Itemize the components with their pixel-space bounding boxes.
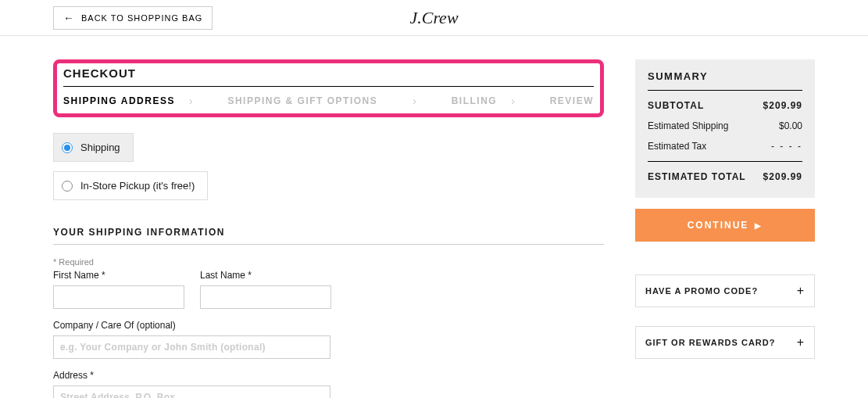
last-name-input[interactable]	[200, 285, 331, 309]
plus-icon: +	[797, 335, 805, 350]
back-to-bag-button[interactable]: ← BACK TO SHOPPING BAG	[53, 6, 213, 30]
delivery-pickup-option[interactable]: In-Store Pickup (it's free!)	[53, 171, 208, 200]
summary-title: SUMMARY	[648, 70, 802, 91]
company-input[interactable]	[53, 335, 330, 359]
address-label: Address *	[53, 370, 330, 381]
promo-label: HAVE A PROMO CODE?	[645, 286, 758, 296]
first-name-input[interactable]	[53, 285, 184, 309]
step-review: REVIEW	[550, 95, 594, 106]
est-total-label: ESTIMATED TOTAL	[648, 171, 746, 182]
checkout-header-highlight: CHECKOUT SHIPPING ADDRESS › SHIPPING & G…	[53, 59, 604, 117]
delivery-shipping-option[interactable]: Shipping	[53, 133, 134, 162]
order-summary: SUMMARY SUBTOTAL $209.99 Estimated Shipp…	[635, 59, 815, 198]
est-shipping-label: Estimated Shipping	[648, 120, 728, 131]
back-label: BACK TO SHOPPING BAG	[81, 13, 202, 23]
arrow-left-icon: ←	[63, 13, 75, 23]
shipping-info-title: YOUR SHIPPING INFORMATION	[53, 210, 604, 245]
step-shipping-options: SHIPPING & GIFT OPTIONS	[227, 95, 377, 106]
required-note: * Required	[53, 245, 604, 270]
subtotal-value: $209.99	[763, 100, 802, 111]
pickup-label: In-Store Pickup (it's free!)	[80, 180, 195, 192]
main-column: CHECKOUT SHIPPING ADDRESS › SHIPPING & G…	[53, 59, 604, 398]
chevron-right-icon: ›	[189, 95, 193, 107]
gift-card-expander[interactable]: GIFT OR REWARDS CARD? +	[635, 326, 815, 359]
last-name-label: Last Name *	[200, 270, 331, 281]
first-name-label: First Name *	[53, 270, 184, 281]
continue-button[interactable]: CONTINUE ▶	[635, 209, 815, 242]
est-shipping-value: $0.00	[779, 120, 802, 131]
checkout-steps: SHIPPING ADDRESS › SHIPPING & GIFT OPTIO…	[63, 87, 594, 107]
continue-label: CONTINUE	[688, 220, 749, 231]
company-label: Company / Care Of (optional)	[53, 320, 330, 331]
triangle-right-icon: ▶	[755, 221, 763, 230]
subtotal-label: SUBTOTAL	[648, 100, 704, 111]
chevron-right-icon: ›	[511, 95, 515, 107]
chevron-right-icon: ›	[413, 95, 416, 107]
brand-logo: J.Crew	[409, 8, 458, 28]
radio-off-icon	[62, 181, 73, 192]
est-tax-label: Estimated Tax	[648, 141, 706, 152]
step-shipping-address[interactable]: SHIPPING ADDRESS	[63, 95, 175, 106]
est-tax-value: - - - -	[771, 141, 802, 152]
address-input[interactable]	[53, 385, 330, 398]
gift-label: GIFT OR REWARDS CARD?	[645, 338, 775, 347]
checkout-title: CHECKOUT	[63, 66, 594, 87]
promo-code-expander[interactable]: HAVE A PROMO CODE? +	[635, 274, 815, 307]
top-bar: ← BACK TO SHOPPING BAG J.Crew	[0, 0, 868, 36]
step-billing: BILLING	[452, 95, 498, 106]
plus-icon: +	[797, 284, 805, 298]
sidebar-column: SUMMARY SUBTOTAL $209.99 Estimated Shipp…	[635, 59, 815, 359]
shipping-label: Shipping	[80, 142, 120, 153]
est-total-value: $209.99	[763, 171, 802, 182]
radio-on-icon	[62, 142, 73, 153]
